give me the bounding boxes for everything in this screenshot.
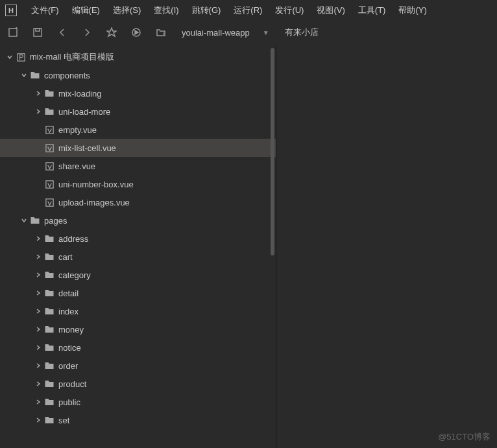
chevron-right-icon[interactable] bbox=[34, 89, 43, 98]
svg-marker-4 bbox=[107, 28, 116, 36]
chevron-right-icon[interactable] bbox=[34, 107, 43, 116]
menu-item-6[interactable]: 发行(U) bbox=[269, 2, 310, 19]
tree-node-label: uni-number-box.vue bbox=[58, 180, 134, 189]
chevron-right-icon[interactable] bbox=[34, 325, 43, 334]
tree-node-label: category bbox=[58, 270, 91, 280]
tree-node-label: notice bbox=[58, 343, 81, 353]
menu-item-7[interactable]: 视图(V) bbox=[310, 2, 351, 19]
folder-icon bbox=[30, 215, 40, 226]
tree-node-label: mix-list-cell.vue bbox=[58, 143, 116, 153]
vue-icon bbox=[44, 124, 55, 135]
tree-row-pages[interactable]: pages bbox=[0, 211, 276, 230]
chevron-right-icon[interactable] bbox=[34, 343, 43, 352]
chevron-right-icon[interactable] bbox=[34, 416, 43, 425]
menu-item-1[interactable]: 编辑(E) bbox=[66, 2, 106, 19]
folder-icon bbox=[44, 88, 55, 99]
tree-row-uni-load-more[interactable]: uni-load-more bbox=[0, 102, 276, 121]
editor-area bbox=[276, 44, 497, 448]
chevron-down-icon[interactable] bbox=[5, 53, 14, 62]
app-icon: H bbox=[5, 5, 17, 16]
chevron-right-icon[interactable] bbox=[34, 270, 43, 279]
tree-node-label: index bbox=[58, 307, 79, 316]
tree-node-label: share.vue bbox=[58, 161, 95, 171]
menu-item-8[interactable]: 工具(T) bbox=[352, 2, 393, 19]
chevron-down-icon[interactable] bbox=[19, 216, 29, 225]
tree-row-public[interactable]: public bbox=[0, 393, 276, 411]
scrollbar[interactable] bbox=[271, 48, 274, 255]
vue-icon bbox=[44, 143, 55, 153]
tree-row-components[interactable]: components bbox=[0, 66, 276, 84]
tree-node-label: money bbox=[58, 325, 84, 335]
menu-item-4[interactable]: 跳转(G) bbox=[186, 2, 228, 19]
chevron-right-icon[interactable] bbox=[34, 307, 43, 316]
folder-icon bbox=[44, 324, 55, 335]
file-explorer: mix-mall 电商项目模版componentsmix-loadinguni-… bbox=[0, 44, 276, 448]
tree-row-notice[interactable]: notice bbox=[0, 338, 276, 357]
tree-row-mix-loading[interactable]: mix-loading bbox=[0, 84, 276, 102]
menubar: H 文件(F)编辑(E)选择(S)查找(I)跳转(G)运行(R)发行(U)视图(… bbox=[0, 0, 497, 21]
folder-icon bbox=[44, 397, 55, 407]
tree-row-share-vue[interactable]: share.vue bbox=[0, 157, 276, 175]
chevron-right-icon[interactable] bbox=[34, 252, 43, 261]
tree-row-category[interactable]: category bbox=[0, 266, 276, 284]
svg-rect-0 bbox=[9, 29, 17, 36]
project-icon bbox=[16, 52, 26, 62]
tree-row-set[interactable]: set bbox=[0, 411, 276, 429]
tree-row-index[interactable]: index bbox=[0, 302, 276, 320]
folder-icon bbox=[44, 270, 55, 280]
svg-rect-2 bbox=[34, 29, 42, 36]
vue-icon bbox=[44, 179, 55, 189]
chevron-right-icon[interactable] bbox=[34, 289, 43, 298]
run-icon[interactable] bbox=[128, 25, 144, 40]
menu-item-2[interactable]: 选择(S) bbox=[106, 2, 147, 19]
folder-icon bbox=[44, 342, 55, 353]
tree-node-label: product bbox=[58, 379, 86, 389]
tree-node-label: address bbox=[58, 234, 88, 244]
tree-node-label: order bbox=[58, 361, 78, 371]
folder-nav-icon[interactable] bbox=[153, 25, 169, 40]
folder-icon bbox=[30, 70, 40, 80]
new-window-icon[interactable] bbox=[5, 25, 21, 40]
project-label: 有来小店 bbox=[285, 27, 319, 38]
vue-icon bbox=[44, 197, 55, 207]
tree-row-product[interactable]: product bbox=[0, 375, 276, 393]
folder-icon bbox=[44, 288, 55, 298]
menu-item-9[interactable]: 帮助(Y) bbox=[392, 2, 433, 19]
chevron-right-icon[interactable] bbox=[34, 234, 43, 243]
tree-row-mix-mall-------[interactable]: mix-mall 电商项目模版 bbox=[0, 48, 276, 66]
chevron-down-icon[interactable] bbox=[19, 71, 29, 80]
tree-node-label: pages bbox=[44, 216, 67, 226]
menu-item-5[interactable]: 运行(R) bbox=[227, 2, 269, 19]
project-dropdown-icon[interactable]: ▼ bbox=[263, 29, 269, 36]
menu-item-3[interactable]: 查找(I) bbox=[147, 2, 185, 19]
tree-row-cart[interactable]: cart bbox=[0, 248, 276, 266]
menu-item-0[interactable]: 文件(F) bbox=[25, 2, 66, 19]
folder-icon bbox=[44, 379, 55, 389]
save-icon[interactable] bbox=[30, 25, 45, 40]
svg-rect-3 bbox=[36, 29, 40, 31]
tree-row-money[interactable]: money bbox=[0, 320, 276, 338]
tree-row-upload-images-vue[interactable]: upload-images.vue bbox=[0, 193, 276, 211]
tree-row-address[interactable]: address bbox=[0, 230, 276, 248]
chevron-right-icon[interactable] bbox=[34, 397, 43, 407]
chevron-right-icon[interactable] bbox=[34, 379, 43, 388]
tree-row-order[interactable]: order bbox=[0, 357, 276, 375]
tree-row-uni-number-box-vue[interactable]: uni-number-box.vue bbox=[0, 175, 276, 193]
tree-row-mix-list-cell-vue[interactable]: mix-list-cell.vue bbox=[0, 139, 276, 157]
tree-node-label: public bbox=[58, 397, 80, 407]
tree-node-label: uni-load-more bbox=[58, 107, 110, 117]
tree-row-detail[interactable]: detail bbox=[0, 284, 276, 302]
folder-icon bbox=[44, 252, 55, 262]
tree-row-empty-vue[interactable]: empty.vue bbox=[0, 121, 276, 139]
back-icon[interactable] bbox=[55, 25, 70, 40]
folder-icon bbox=[44, 306, 55, 316]
forward-icon[interactable] bbox=[79, 25, 95, 40]
tree-node-label: mix-mall 电商项目模版 bbox=[30, 51, 114, 63]
tree-node-label: mix-loading bbox=[58, 89, 101, 99]
folder-icon bbox=[44, 360, 55, 371]
chevron-right-icon[interactable] bbox=[34, 361, 43, 370]
tree-node-label: detail bbox=[58, 289, 79, 298]
star-icon[interactable] bbox=[104, 25, 119, 40]
svg-marker-6 bbox=[135, 30, 138, 34]
project-selector[interactable]: youlai-mall-weapp bbox=[178, 28, 254, 38]
